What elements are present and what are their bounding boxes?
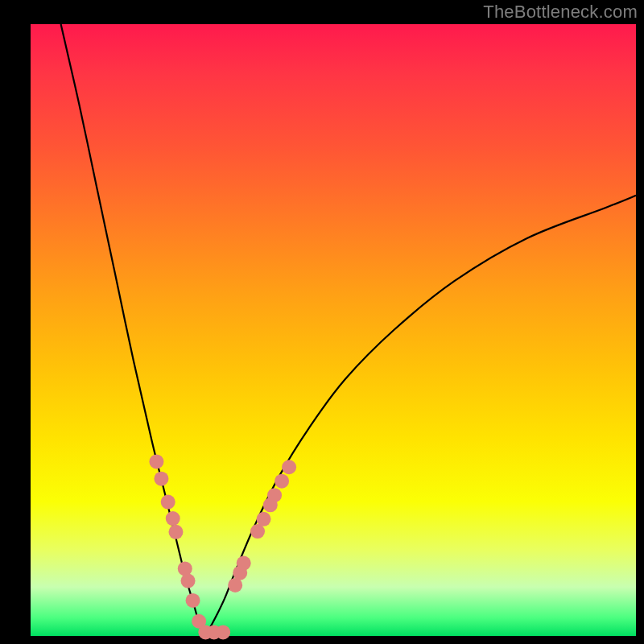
- data-marker: [257, 512, 271, 526]
- data-marker: [186, 593, 200, 608]
- data-marker: [168, 525, 183, 539]
- data-marker: [178, 561, 192, 576]
- data-marker: [237, 556, 251, 571]
- data-marker: [181, 574, 196, 588]
- watermark-text: TheBottleneck.com: [483, 2, 638, 23]
- data-marker: [282, 460, 296, 474]
- data-marker: [149, 454, 163, 469]
- data-marker: [216, 625, 230, 639]
- data-marker: [154, 472, 168, 486]
- left-curve: [61, 24, 205, 636]
- data-marker: [161, 495, 175, 510]
- data-marker: [166, 511, 180, 526]
- chart-svg: [0, 0, 644, 644]
- markers-group: [149, 454, 296, 639]
- data-marker: [275, 474, 289, 489]
- chart-stage: TheBottleneck.com: [0, 0, 644, 644]
- right-curve: [205, 196, 636, 636]
- data-marker: [267, 488, 282, 502]
